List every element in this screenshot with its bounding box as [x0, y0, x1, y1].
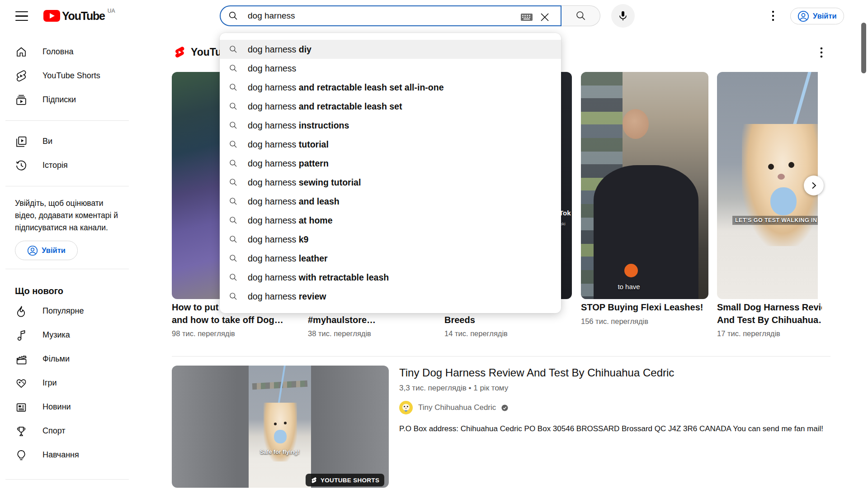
settings-menu-icon[interactable]	[769, 10, 778, 22]
sidebar-item-news[interactable]: Новини	[0, 395, 134, 419]
sidebar-item-label: Популярне	[42, 306, 84, 316]
search-icon	[229, 178, 238, 187]
home-icon	[15, 46, 28, 58]
thumbnail-art	[770, 187, 797, 215]
microphone-icon	[617, 10, 629, 22]
search-input[interactable]: dog harness	[220, 5, 561, 26]
suggestion-item[interactable]: dog harness tutorial	[220, 135, 561, 154]
video-title[interactable]: Small Dog Harness Review	[717, 301, 822, 314]
suggestion-item[interactable]: dog harness and retractable leash set	[220, 97, 561, 116]
suggestion-item[interactable]: dog harness pattern	[220, 154, 561, 173]
sidebar-signin-button[interactable]: Увійти	[15, 241, 78, 260]
signin-label: Увійти	[42, 246, 66, 255]
clear-search-icon[interactable]	[539, 11, 551, 23]
keyboard-icon[interactable]	[521, 13, 533, 21]
sidebar-item-shorts[interactable]: YouTube Shorts	[0, 64, 134, 88]
thumbnail-art	[623, 109, 649, 139]
voice-search-button[interactable]	[611, 4, 635, 28]
shorts-thumbnail[interactable]: to have	[581, 72, 708, 299]
sidebar-item-history[interactable]: Історія	[0, 153, 134, 177]
history-icon	[15, 159, 28, 172]
video-title[interactable]: And Test By Chihuahua…	[717, 314, 822, 327]
divider	[172, 356, 830, 357]
gaming-icon	[15, 377, 28, 390]
youtube-page: YouTube UA dog harness Увійти	[0, 0, 868, 490]
suggestion-item[interactable]: dog harness review	[220, 287, 561, 306]
signin-button[interactable]: Увійти	[790, 8, 844, 24]
video-result-title[interactable]: Tiny Dog Harness Review And Test By Chih…	[399, 366, 824, 379]
sidebar-item-gaming[interactable]: Ігри	[0, 371, 134, 395]
search-icon	[228, 10, 239, 21]
suggestion-item[interactable]: dog harness leather	[220, 249, 561, 268]
sidebar-item-label: Ігри	[42, 378, 57, 388]
top-bar: YouTube UA dog harness Увійти	[0, 0, 868, 32]
thumbnail-caption: to have	[597, 283, 660, 290]
thumbnail-art	[768, 164, 774, 170]
view-count: 14 тис. переглядів	[444, 329, 576, 338]
section-menu-icon[interactable]	[816, 45, 826, 60]
suggestion-item[interactable]: dog harness	[220, 59, 561, 78]
thumbnail-art	[624, 264, 638, 277]
video-title[interactable]: STOP Buying Flexi Leashes!	[581, 301, 713, 314]
search-icon	[229, 235, 238, 244]
sidebar-item-label: Ви	[42, 137, 52, 146]
suggestion-item[interactable]: dog harness and leash	[220, 192, 561, 211]
video-title[interactable]: #myhaulstore…	[308, 314, 440, 327]
search-icon	[229, 197, 238, 206]
country-code: UA	[108, 8, 115, 14]
sidebar-item-music[interactable]: Музика	[0, 323, 134, 347]
sidebar-item-label: YouTube Shorts	[42, 71, 100, 81]
search-suggestions-dropdown: dog harness diy dog harness dog harness …	[220, 33, 561, 313]
you-icon	[15, 135, 28, 148]
video-title[interactable]: Breeds	[444, 314, 576, 327]
sidebar-item-movies[interactable]: Фільми	[0, 347, 134, 371]
search-button[interactable]	[561, 5, 600, 26]
suggestion-item[interactable]: dog harness instructions	[220, 116, 561, 135]
sidebar-item-label: Новини	[42, 402, 71, 412]
youtube-wordmark: YouTube	[62, 10, 105, 22]
sidebar-item-sports[interactable]: Спорт	[0, 419, 134, 443]
thumbnail-art	[788, 162, 794, 168]
video-thumbnail[interactable]: Safe for flying! YOUTUBE SHORTS	[172, 366, 389, 488]
sidebar-item-label: Головна	[42, 47, 73, 57]
suggestion-item[interactable]: dog harness sewing tutorial	[220, 173, 561, 192]
search-icon	[229, 102, 238, 111]
signin-label: Увійти	[813, 12, 837, 20]
thumbnail-caption: Safe for flying!	[249, 449, 311, 455]
sidebar-item-home[interactable]: Головна	[0, 40, 134, 64]
shorts-card-info: STOP Buying Flexi Leashes! 156 тис. пере…	[581, 301, 713, 326]
sidebar-item-you[interactable]: Ви	[0, 129, 134, 153]
carousel-next-button[interactable]	[804, 176, 824, 195]
search-icon	[229, 121, 238, 130]
sidebar-item-label: Музика	[42, 330, 70, 340]
hamburger-menu-icon[interactable]	[15, 11, 28, 21]
youtube-shorts-badge: YOUTUBE SHORTS	[306, 474, 384, 486]
shorts-thumbnail[interactable]: LET'S GO TEST WALKING IN IT	[717, 72, 818, 299]
suggestion-item[interactable]: dog harness with retractable leash	[220, 268, 561, 287]
suggestion-item[interactable]: dog harness and retractable leash set al…	[220, 78, 561, 97]
learning-icon	[15, 449, 28, 461]
shorts-logo-icon	[311, 477, 317, 484]
sidebar-item-trending[interactable]: Популярне	[0, 299, 134, 323]
sidebar-item-label: Навчання	[42, 450, 79, 460]
channel-row[interactable]: Tiny Chihuahua Cedric	[399, 401, 508, 414]
channel-name[interactable]: Tiny Chihuahua Cedric	[418, 403, 496, 412]
suggestion-item[interactable]: dog harness at home	[220, 211, 561, 230]
sidebar-item-learning[interactable]: Навчання	[0, 443, 134, 467]
search-icon	[229, 216, 238, 225]
sidebar-item-subscriptions[interactable]: Підписки	[0, 88, 134, 112]
explore-section-title: Що нового	[0, 278, 134, 299]
youtube-logo[interactable]: YouTube UA	[43, 10, 115, 22]
suggestion-item[interactable]: dog harness k9	[220, 230, 561, 249]
video-title[interactable]: and how to take off Dog…	[172, 314, 304, 327]
thumbnail-art	[284, 422, 287, 424]
search-icon	[229, 64, 238, 73]
search-icon	[229, 292, 238, 301]
chevron-right-icon	[808, 180, 819, 191]
scrollbar[interactable]	[861, 23, 866, 73]
suggestion-item[interactable]: dog harness diy	[220, 40, 561, 59]
verified-badge-icon	[501, 404, 508, 411]
video-description: P.O Box address: Chihuahua Cedric PO Box…	[399, 424, 842, 433]
channel-avatar	[399, 401, 413, 414]
sidebar-item-label: Історія	[42, 161, 68, 170]
